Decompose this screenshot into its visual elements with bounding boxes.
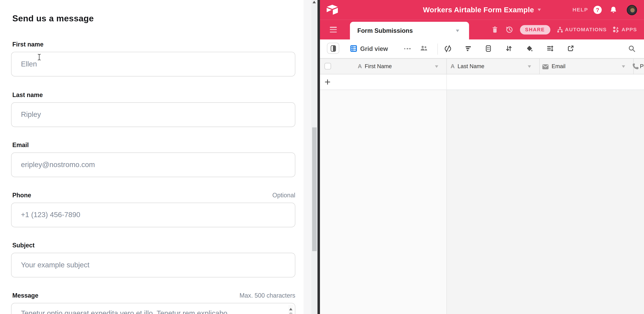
trash-icon[interactable] <box>492 26 498 33</box>
user-avatar[interactable] <box>627 5 637 15</box>
phone-optional-hint: Optional <box>272 191 295 198</box>
grid-view-icon[interactable] <box>350 45 357 52</box>
email-label: Email <box>12 141 29 148</box>
add-row-plus-icon[interactable] <box>325 79 330 85</box>
view-name-label[interactable]: Grid view <box>360 40 388 59</box>
row-height-icon[interactable] <box>547 45 554 52</box>
airtable-pane: Workers Airtable Form Example HELP ? For… <box>320 0 644 314</box>
browser-scrollbar-thumb[interactable] <box>312 127 316 251</box>
chevron-down-icon[interactable] <box>528 66 531 68</box>
column-header-email[interactable]: Email <box>552 59 565 74</box>
filter-icon[interactable] <box>465 45 472 52</box>
first-name-placeholder: Ellen <box>21 60 37 69</box>
subject-input[interactable]: Your example subject <box>11 253 296 277</box>
column-separator <box>446 74 447 90</box>
column-separator <box>446 59 447 74</box>
email-icon <box>542 64 549 71</box>
column-header-phone[interactable]: Phone <box>640 59 644 74</box>
field-first-name: First name Ellen <box>11 41 296 78</box>
field-last-name: Last name Ripley <box>11 91 296 129</box>
airtable-topbar: Workers Airtable Form Example HELP ? <box>320 0 644 20</box>
column-header-first-name[interactable]: First Name <box>365 59 392 74</box>
airtable-tabbar: Form Submissions <box>320 20 644 39</box>
color-icon[interactable] <box>526 45 533 52</box>
column-header-last-name[interactable]: Last Name <box>458 59 484 74</box>
phone-placeholder: +1 (123) 456-7890 <box>21 211 80 219</box>
window-divider <box>318 0 320 314</box>
share-button[interactable]: SHARE <box>520 25 550 34</box>
email-placeholder: eripley@nostromo.com <box>21 160 95 169</box>
scroll-up-icon[interactable] <box>289 308 292 310</box>
chevron-down-icon[interactable] <box>456 30 459 32</box>
frozen-column-separator <box>446 90 447 314</box>
form-pane-gutter <box>304 0 312 314</box>
view-more-icon[interactable] <box>404 48 410 49</box>
help-button[interactable]: HELP <box>572 7 588 13</box>
help-circle-icon[interactable]: ? <box>594 6 602 14</box>
last-name-input[interactable]: Ripley <box>11 102 296 127</box>
notifications-bell-icon[interactable] <box>610 6 618 14</box>
frozen-column-background <box>320 90 446 314</box>
text-cursor-icon <box>37 54 41 62</box>
field-email: Email eripley@nostromo.com <box>11 141 296 179</box>
chevron-down-icon[interactable] <box>435 66 438 68</box>
tab-form-submissions[interactable]: Form Submissions <box>350 22 469 40</box>
last-name-placeholder: Ripley <box>21 110 41 119</box>
field-message: Message Max. 500 characters Tenetur opti… <box>11 292 296 314</box>
hide-fields-icon[interactable] <box>444 45 451 52</box>
subject-placeholder: Your example subject <box>21 261 90 269</box>
toolbar-divider <box>437 44 438 55</box>
first-name-input[interactable]: Ellen <box>11 52 296 76</box>
message-max-hint: Max. 500 characters <box>240 292 295 299</box>
history-icon[interactable] <box>506 26 513 33</box>
form-heading: Send us a message <box>12 14 94 24</box>
screen: Send us a message First name Ellen Last … <box>0 0 644 314</box>
select-all-checkbox[interactable] <box>324 63 331 69</box>
phone-icon <box>632 63 639 72</box>
contact-form-pane: Send us a message First name Ellen Last … <box>0 0 304 314</box>
view-sidebar-toggle-button[interactable] <box>327 43 339 54</box>
text-field-icon: A <box>450 59 454 74</box>
phone-label: Phone <box>12 191 31 198</box>
view-toolbar: Grid view <box>320 40 644 59</box>
last-name-label: Last name <box>12 91 43 98</box>
share-view-icon[interactable] <box>567 45 574 52</box>
field-phone: Phone Optional +1 (123) 456-7890 <box>11 191 296 229</box>
collaborators-icon[interactable] <box>420 46 427 51</box>
text-field-icon: A <box>358 59 362 74</box>
tabbar-right-cluster: SHARE AUTOMATIONS <box>492 20 637 39</box>
subject-label: Subject <box>12 242 34 249</box>
chevron-down-icon[interactable] <box>622 66 625 68</box>
group-icon[interactable] <box>485 45 492 52</box>
message-label: Message <box>12 292 38 299</box>
message-scrollbar[interactable] <box>288 305 293 314</box>
topbar-right-cluster: HELP ? <box>572 0 637 20</box>
apps-button[interactable]: APPS <box>613 26 637 33</box>
grid-empty-area <box>320 90 644 314</box>
add-row-strip[interactable] <box>320 74 644 90</box>
apps-label: APPS <box>622 27 637 33</box>
automations-label: AUTOMATIONS <box>565 27 607 33</box>
message-textarea[interactable]: Tenetur optio quaerat expedita vero et i… <box>11 303 296 314</box>
phone-input[interactable]: +1 (123) 456-7890 <box>11 203 296 227</box>
column-separator <box>539 59 540 74</box>
message-text: Tenetur optio quaerat expedita vero et i… <box>21 309 228 314</box>
scrollbar-thumb[interactable] <box>289 312 292 314</box>
grid-header-row: A First Name A Last Name Email <box>320 59 644 75</box>
sort-icon[interactable] <box>506 45 512 52</box>
tables-menu-icon[interactable] <box>330 27 337 34</box>
table-tab-label: Form Submissions <box>357 22 413 40</box>
grid-background <box>446 90 644 314</box>
chevron-down-icon[interactable] <box>538 9 541 11</box>
email-input[interactable]: eripley@nostromo.com <box>11 153 296 177</box>
field-subject: Subject Your example subject <box>11 242 296 279</box>
base-title[interactable]: Workers Airtable Form Example <box>423 6 534 14</box>
search-icon[interactable] <box>628 45 636 52</box>
scrollbar-up-arrow-icon[interactable] <box>312 1 316 3</box>
first-name-label: First name <box>12 41 44 48</box>
automations-button[interactable]: AUTOMATIONS <box>557 27 607 33</box>
